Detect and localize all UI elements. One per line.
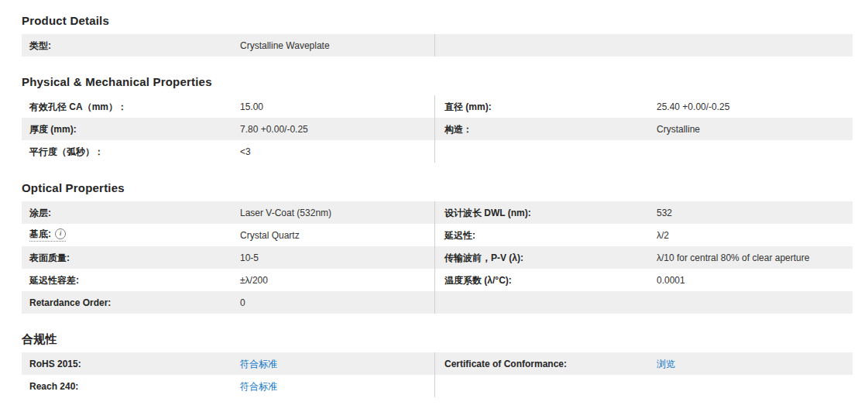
spec-row: Retardance Order: 0 xyxy=(22,291,853,314)
spec-value: Crystalline Waveplate xyxy=(240,40,330,51)
section-title-product-details: Product Details xyxy=(22,14,853,27)
section-title-compliance: 合规性 xyxy=(22,332,853,345)
optical-properties-table: 涂层: Laser V-Coat (532nm) 设计波长 DWL (nm): … xyxy=(22,201,853,314)
spec-value: 7.80 +0.00/-0.25 xyxy=(240,124,308,135)
spec-label: 厚度 (mm): xyxy=(29,124,77,135)
spec-label: Certificate of Conformance: xyxy=(444,359,567,369)
spec-value: 10-5 xyxy=(240,252,259,263)
spec-value: <3 xyxy=(240,146,251,157)
spec-value: 15.00 xyxy=(240,101,263,112)
spec-row: 有效孔径 CA（mm）： 15.00 直径 (mm): 25.40 +0.00/… xyxy=(22,95,853,118)
section-compliance: 合规性 RoHS 2015: 符合标准 Certificate of Confo… xyxy=(22,332,853,397)
spec-label: Retardance Order: xyxy=(29,297,111,308)
spec-value: ±λ/200 xyxy=(240,275,268,286)
spec-value: λ/2 xyxy=(657,230,669,241)
spec-row: RoHS 2015: 符合标准 Certificate of Conforman… xyxy=(22,352,853,375)
spec-label: 直径 (mm): xyxy=(444,101,492,112)
certificate-of-conformance-link[interactable]: 浏览 xyxy=(657,359,675,369)
spec-label: 类型: xyxy=(29,40,51,51)
spec-value: λ/10 for central 80% of clear aperture xyxy=(657,252,809,263)
spec-label: RoHS 2015: xyxy=(29,359,81,369)
spec-label: 构造： xyxy=(444,124,472,135)
section-title-physical-mechanical: Physical & Mechanical Properties xyxy=(22,75,853,88)
spec-label: 基底: xyxy=(29,228,51,239)
spec-label: 平行度（弧秒）： xyxy=(29,146,104,157)
product-details-table: 类型: Crystalline Waveplate xyxy=(22,34,853,57)
reach-240-link[interactable]: 符合标准 xyxy=(240,381,277,392)
spec-label: 延迟性: xyxy=(444,230,475,241)
spec-label: 传输波前，P-V (λ): xyxy=(444,252,523,263)
spec-label: 温度系数 (λ/°C): xyxy=(444,275,512,286)
product-specs-page: Product Details 类型: Crystalline Waveplat… xyxy=(0,0,868,397)
spec-value: 25.40 +0.00/-0.25 xyxy=(657,101,729,112)
spec-row: Reach 240: 符合标准 xyxy=(22,375,853,397)
spec-label: Reach 240: xyxy=(29,381,78,392)
rohs-2015-link[interactable]: 符合标准 xyxy=(240,359,277,369)
spec-row: 基底: i Crystal Quartz 延迟性: λ/2 xyxy=(22,224,853,246)
section-title-optical-properties: Optical Properties xyxy=(22,181,853,194)
spec-row: 表面质量: 10-5 传输波前，P-V (λ): λ/10 for centra… xyxy=(22,246,853,269)
physical-mechanical-table: 有效孔径 CA（mm）： 15.00 直径 (mm): 25.40 +0.00/… xyxy=(22,95,853,163)
spec-value: Crystal Quartz xyxy=(240,230,300,241)
info-icon[interactable]: i xyxy=(55,228,66,239)
spec-row: 类型: Crystalline Waveplate xyxy=(22,34,853,57)
spec-value: 0.0001 xyxy=(657,275,685,286)
spec-value: Crystalline xyxy=(657,124,700,135)
compliance-table: RoHS 2015: 符合标准 Certificate of Conforman… xyxy=(22,352,853,397)
spec-label: 涂层: xyxy=(29,208,51,218)
substrate-tooltip-trigger[interactable]: 基底: i xyxy=(29,228,66,242)
section-optical-properties: Optical Properties 涂层: Laser V-Coat (532… xyxy=(22,181,853,314)
spec-label: 有效孔径 CA（mm）： xyxy=(29,101,127,112)
section-physical-mechanical: Physical & Mechanical Properties 有效孔径 CA… xyxy=(22,75,853,163)
spec-row: 平行度（弧秒）： <3 xyxy=(22,140,853,163)
spec-value: Laser V-Coat (532nm) xyxy=(240,208,331,218)
spec-row: 延迟性容差: ±λ/200 温度系数 (λ/°C): 0.0001 xyxy=(22,269,853,291)
spec-value: 0 xyxy=(240,297,245,308)
spec-label: 延迟性容差: xyxy=(29,275,79,286)
spec-label: 设计波长 DWL (nm): xyxy=(444,208,531,218)
spec-row: 涂层: Laser V-Coat (532nm) 设计波长 DWL (nm): … xyxy=(22,201,853,224)
spec-label: 表面质量: xyxy=(29,252,70,263)
section-product-details: Product Details 类型: Crystalline Waveplat… xyxy=(22,14,853,57)
spec-value: 532 xyxy=(657,208,672,218)
spec-row: 厚度 (mm): 7.80 +0.00/-0.25 构造： Crystallin… xyxy=(22,118,853,140)
